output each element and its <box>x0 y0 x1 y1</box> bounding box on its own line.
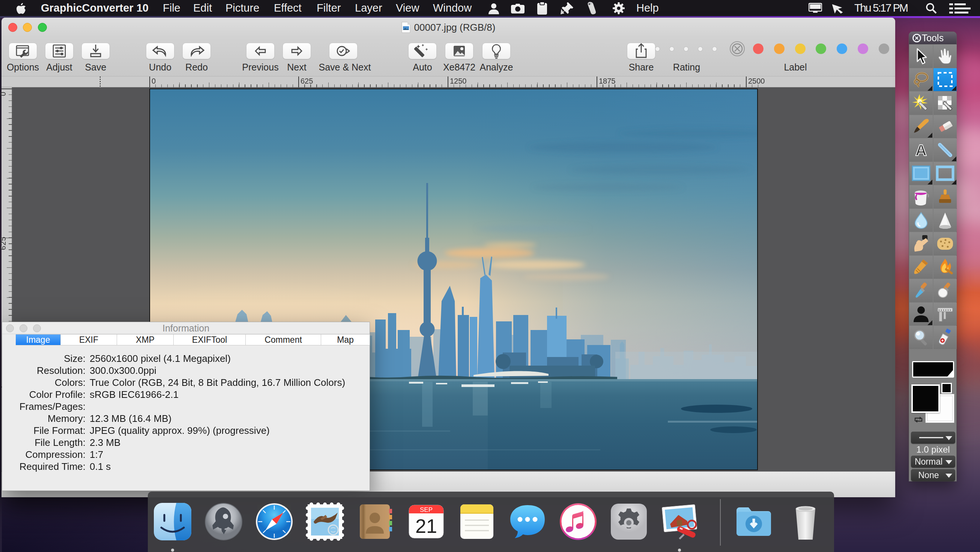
svg-text:SEP: SEP <box>420 506 433 513</box>
svg-text:A: A <box>915 141 927 159</box>
svg-text:21: 21 <box>415 515 437 537</box>
